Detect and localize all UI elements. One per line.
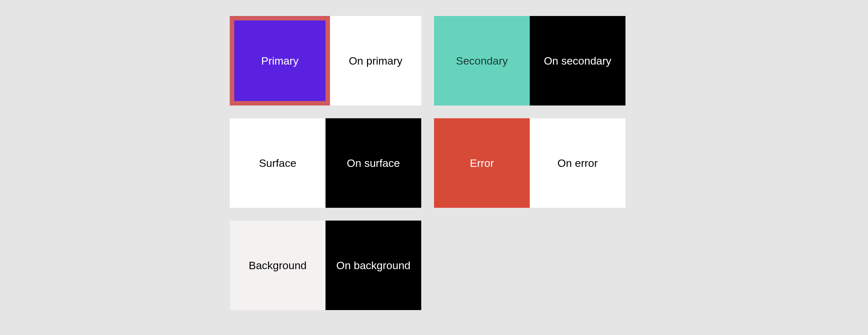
swatch-label: Primary — [261, 55, 299, 67]
swatch-label: On secondary — [544, 55, 612, 67]
swatch-pair-error: Error On error — [434, 118, 625, 208]
swatch-label: On surface — [347, 157, 400, 169]
swatch-label: On background — [336, 259, 411, 272]
swatch-pair-primary: Primary On primary — [230, 16, 421, 106]
swatch-label: Background — [249, 259, 306, 272]
swatch-label: On primary — [349, 55, 402, 67]
swatch-secondary[interactable]: Secondary — [434, 16, 530, 106]
swatch-label: Secondary — [456, 55, 508, 67]
swatch-pair-secondary: Secondary On secondary — [434, 16, 625, 106]
swatch-on-secondary[interactable]: On secondary — [530, 16, 625, 106]
swatch-label: On error — [558, 157, 598, 169]
swatch-error[interactable]: Error — [434, 118, 530, 208]
swatch-on-error[interactable]: On error — [530, 118, 625, 208]
swatch-label: Surface — [259, 157, 296, 169]
swatch-label: Error — [470, 157, 494, 169]
swatch-surface[interactable]: Surface — [230, 118, 326, 208]
swatch-background[interactable]: Background — [230, 221, 326, 310]
swatch-on-primary[interactable]: On primary — [330, 16, 421, 106]
swatch-on-surface[interactable]: On surface — [326, 118, 421, 208]
swatch-pair-background: Background On background — [230, 221, 421, 310]
swatch-pair-surface: Surface On surface — [230, 118, 421, 208]
swatch-primary[interactable]: Primary — [230, 16, 330, 106]
swatch-on-background[interactable]: On background — [326, 221, 421, 310]
color-palette-grid: Primary On primary Secondary On secondar… — [230, 16, 638, 310]
